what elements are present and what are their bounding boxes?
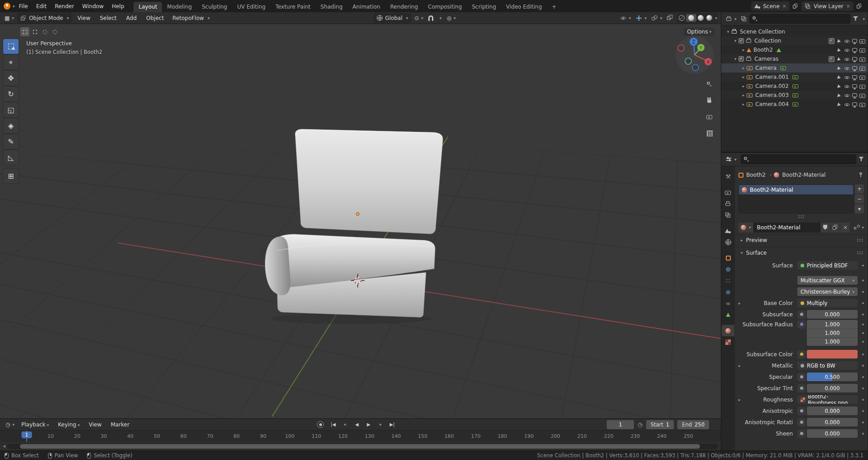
outliner-row-booth2[interactable]: ▸ Booth2 xyxy=(721,45,868,54)
disable-render-icon[interactable] xyxy=(859,74,865,80)
outliner-row-camera-001[interactable]: ▸ Camera.001 xyxy=(721,73,868,82)
editor-type-button[interactable]: ▦▾ xyxy=(3,13,16,23)
expand-icon[interactable]: ▸ xyxy=(740,84,747,88)
disable-render-icon[interactable] xyxy=(859,92,865,98)
workspace-tab-animation[interactable]: Animation xyxy=(348,2,385,12)
collection-checkbox[interactable] xyxy=(739,56,744,62)
slot-specials-button[interactable]: ▾ xyxy=(855,204,864,213)
disable-render-icon[interactable] xyxy=(859,65,865,71)
workspace-tab-scripting[interactable]: Scripting xyxy=(467,2,501,12)
shading-rendered-button[interactable] xyxy=(706,15,712,21)
playhead-frame-badge[interactable]: 1 xyxy=(22,431,32,438)
tab-object[interactable] xyxy=(722,252,734,264)
tool-transform[interactable]: ◈ xyxy=(3,118,19,133)
filter-icon[interactable] xyxy=(853,16,859,22)
fake-user-button[interactable] xyxy=(820,223,830,232)
tool-scale[interactable]: ◱ xyxy=(3,102,19,117)
select-mode-subtract-button[interactable] xyxy=(40,27,49,36)
selectable-icon[interactable] xyxy=(836,102,842,107)
timeline-menu-view[interactable]: View xyxy=(85,420,106,429)
input-socket-button[interactable] xyxy=(797,418,806,426)
viewport-3d[interactable]: User Perspective (1) Scene Collection | … xyxy=(0,24,721,418)
tab-texture[interactable] xyxy=(722,336,734,348)
decorator-dot[interactable] xyxy=(862,376,864,378)
timeline-collapse-arrow-icon[interactable]: ◀ xyxy=(3,444,5,448)
hide-eye-icon[interactable] xyxy=(844,102,850,107)
expand-icon[interactable]: ▸ xyxy=(739,301,741,305)
jump-to-end-button[interactable]: ▶| xyxy=(387,420,397,429)
disable-viewport-icon[interactable] xyxy=(852,92,858,98)
disable-render-icon[interactable] xyxy=(859,56,865,62)
properties-editor-type-button[interactable]: ▾ xyxy=(724,155,739,165)
outliner-row-camera-002[interactable]: ▸ Camera.002 xyxy=(721,82,868,91)
decorator-dot[interactable] xyxy=(862,302,864,304)
decorator-dot[interactable] xyxy=(862,421,864,423)
selectable-icon[interactable] xyxy=(836,56,842,62)
outliner-row-camera[interactable]: ▸ Camera xyxy=(721,63,868,73)
decorator-dot[interactable] xyxy=(862,410,864,412)
expand-icon[interactable]: ▸ xyxy=(740,66,747,70)
tab-physics[interactable]: ⊚ xyxy=(722,286,734,298)
surface-shader-field[interactable]: Principled BSDF xyxy=(797,261,858,270)
tab-tool[interactable]: ⚒ xyxy=(722,171,734,182)
decorator-dot[interactable] xyxy=(862,365,864,367)
disable-viewport-icon[interactable] xyxy=(852,65,858,71)
outliner-editor-type-button[interactable]: ▾ xyxy=(724,14,739,24)
roughness-field[interactable]: Booth2-Roughness.png xyxy=(797,395,858,404)
specular-slider[interactable]: 0.500 xyxy=(807,373,858,381)
outliner-row-scene-collection[interactable]: ▾ Scene Collection xyxy=(721,27,868,36)
decorator-dot[interactable] xyxy=(862,353,864,355)
remove-slot-button[interactable]: − xyxy=(855,194,864,203)
hide-eye-icon[interactable] xyxy=(844,47,850,53)
outliner-search-input[interactable] xyxy=(761,16,848,22)
vp-menu-select[interactable]: Select xyxy=(96,14,120,23)
menu-render[interactable]: Render xyxy=(51,2,78,11)
vp-menu-add[interactable]: Add xyxy=(122,14,141,23)
disable-viewport-icon[interactable] xyxy=(852,47,858,53)
auto-keying-button[interactable] xyxy=(317,421,324,428)
select-mode-intersect-button[interactable] xyxy=(50,27,59,36)
panel-grip[interactable] xyxy=(857,238,864,242)
disable-render-icon[interactable] xyxy=(859,38,865,44)
current-frame-field[interactable]: 1 xyxy=(607,420,634,429)
tool-select-box[interactable] xyxy=(3,39,19,54)
tab-scene[interactable] xyxy=(722,225,734,237)
shading-wireframe-button[interactable] xyxy=(679,15,685,21)
vp-menu-view[interactable]: View xyxy=(73,14,94,23)
menu-help[interactable]: Help xyxy=(108,2,128,11)
input-socket-button[interactable] xyxy=(797,407,806,415)
select-mode-extend-button[interactable] xyxy=(30,27,39,36)
selectable-icon[interactable] xyxy=(836,83,842,89)
selectable-icon[interactable] xyxy=(836,47,842,53)
material-slot-row[interactable]: Booth2-Material xyxy=(739,185,853,194)
vp-menu-object[interactable]: Object xyxy=(142,14,168,23)
navigation-gizmo[interactable]: Z Y X xyxy=(675,35,715,75)
tool-measure[interactable]: ◺ xyxy=(3,150,19,165)
disable-render-icon[interactable] xyxy=(859,47,865,53)
tab-particles[interactable]: ∷ xyxy=(722,275,734,286)
pin-icon[interactable] xyxy=(858,172,864,178)
blender-menu-chevron-icon[interactable]: ▾ xyxy=(13,4,15,9)
outliner-search[interactable] xyxy=(749,14,851,24)
hide-eye-icon[interactable] xyxy=(844,92,850,98)
tab-view-layer[interactable] xyxy=(722,209,734,221)
link-material-dropdown[interactable]: ▾ xyxy=(854,224,864,231)
browse-material-button[interactable]: ▾ xyxy=(739,223,753,232)
subsurface-method-dropdown[interactable]: Christensen-Burley▾ xyxy=(797,287,858,296)
snap-toggle-button[interactable] xyxy=(427,13,435,23)
outliner-row-camera-003[interactable]: ▸ Camera.003 xyxy=(721,91,868,100)
unlink-material-button[interactable]: × xyxy=(840,223,850,232)
outliner-filter-chevron-icon[interactable]: ▾ xyxy=(863,17,865,21)
timeline-menu-marker[interactable]: Marker xyxy=(106,420,133,429)
tab-object-data[interactable] xyxy=(722,309,734,320)
timeline-menu-playback[interactable]: Playback▾ xyxy=(17,420,53,429)
show-overlays-button[interactable]: ▾ xyxy=(650,13,664,23)
input-socket-button[interactable] xyxy=(797,320,806,329)
properties-filter-icon[interactable] xyxy=(858,156,865,163)
exclude-checkbox[interactable] xyxy=(829,38,834,44)
scene-unlink-icon[interactable]: × xyxy=(782,3,786,9)
properties-search-input[interactable] xyxy=(752,156,854,162)
object-visibility-dropdown[interactable]: ▾ xyxy=(619,13,633,23)
tab-constraints[interactable]: ∞ xyxy=(722,298,734,309)
tab-output[interactable] xyxy=(722,198,734,209)
